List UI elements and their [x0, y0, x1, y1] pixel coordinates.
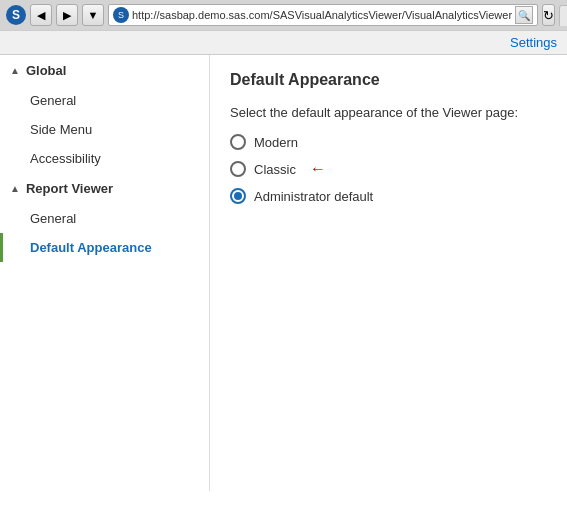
sidebar-item-side-menu-label: Side Menu — [30, 122, 92, 137]
refresh-button[interactable]: ↻ — [542, 4, 555, 26]
radio-group: Modern Classic ← Administrator default — [230, 134, 547, 204]
report-viewer-section: ▲ Report Viewer General Default Appearan… — [0, 173, 209, 262]
sidebar-item-side-menu[interactable]: Side Menu — [0, 115, 209, 144]
red-arrow-icon: ← — [310, 160, 326, 178]
refresh-icon: ↻ — [543, 8, 554, 23]
page-title: Default Appearance — [230, 71, 547, 89]
radio-item-modern[interactable]: Modern — [230, 134, 547, 150]
radio-label-modern: Modern — [254, 135, 298, 150]
sidebar-item-accessibility-label: Accessibility — [30, 151, 101, 166]
sidebar-item-default-appearance[interactable]: Default Appearance — [0, 233, 209, 262]
global-section-header[interactable]: ▲ Global — [0, 55, 209, 86]
tab-item[interactable]: S sasbap.demo.sas. — [559, 5, 567, 26]
report-viewer-section-header[interactable]: ▲ Report Viewer — [0, 173, 209, 204]
sidebar-item-general[interactable]: General — [0, 86, 209, 115]
back-icon: ◀ — [37, 9, 45, 22]
content-description: Select the default appearance of the Vie… — [230, 105, 547, 120]
browser-logo-icon: S — [6, 5, 26, 25]
sidebar-item-accessibility[interactable]: Accessibility — [0, 144, 209, 173]
report-viewer-label: Report Viewer — [26, 181, 113, 196]
address-bar-row: S ◀ ▶ ▼ S http://sasbap.demo.sas.com/SAS… — [0, 0, 567, 30]
forward-icon: ▶ — [63, 9, 71, 22]
sidebar-item-rv-general-label: General — [30, 211, 76, 226]
dropdown-button[interactable]: ▼ — [82, 4, 104, 26]
search-icon: 🔍 — [518, 10, 530, 21]
radio-item-admin-default[interactable]: Administrator default — [230, 188, 547, 204]
sidebar: ▲ Global General Side Menu Accessibility… — [0, 55, 210, 491]
dropdown-icon: ▼ — [88, 9, 99, 21]
sidebar-item-rv-general[interactable]: General — [0, 204, 209, 233]
radio-circle-classic — [230, 161, 246, 177]
address-site-icon: S — [113, 7, 129, 23]
browser-chrome: S ◀ ▶ ▼ S http://sasbap.demo.sas.com/SAS… — [0, 0, 567, 31]
address-text: http://sasbap.demo.sas.com/SASVisualAnal… — [132, 9, 512, 21]
forward-button[interactable]: ▶ — [56, 4, 78, 26]
radio-label-classic: Classic — [254, 162, 296, 177]
radio-circle-admin-default — [230, 188, 246, 204]
radio-circle-modern — [230, 134, 246, 150]
global-section: ▲ Global General Side Menu Accessibility — [0, 55, 209, 173]
address-bar[interactable]: S http://sasbap.demo.sas.com/SASVisualAn… — [108, 4, 538, 26]
content-panel: Default Appearance Select the default ap… — [210, 55, 567, 491]
address-search-button[interactable]: 🔍 — [515, 6, 533, 24]
settings-bar: Settings — [0, 31, 567, 55]
back-button[interactable]: ◀ — [30, 4, 52, 26]
sidebar-item-default-appearance-label: Default Appearance — [30, 240, 152, 255]
radio-label-admin-default: Administrator default — [254, 189, 373, 204]
settings-link[interactable]: Settings — [510, 35, 557, 50]
main-content: ▲ Global General Side Menu Accessibility… — [0, 55, 567, 491]
sidebar-item-general-label: General — [30, 93, 76, 108]
global-label: Global — [26, 63, 66, 78]
global-triangle-icon: ▲ — [10, 65, 20, 76]
report-viewer-triangle-icon: ▲ — [10, 183, 20, 194]
radio-item-classic[interactable]: Classic ← — [230, 160, 547, 178]
